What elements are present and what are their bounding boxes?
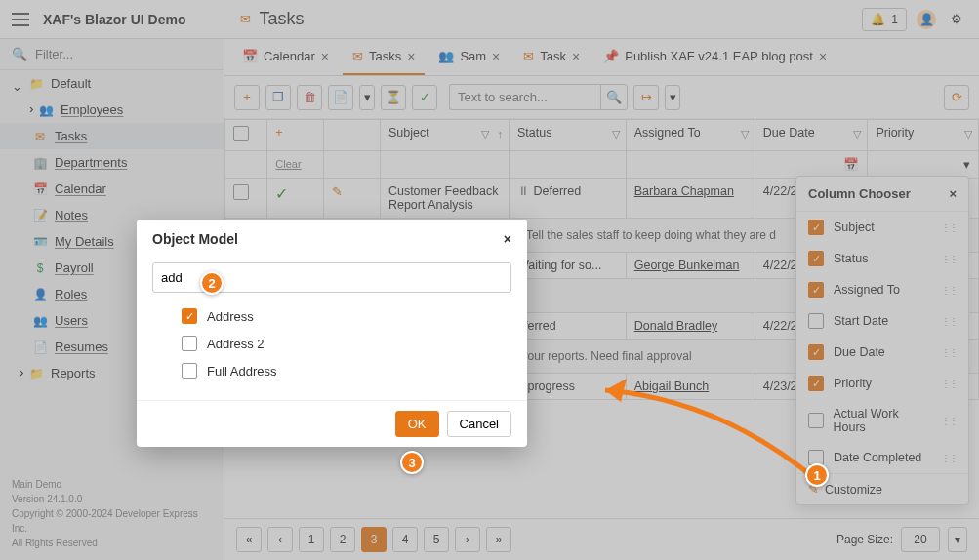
object-model-dialog: Object Model × ✓AddressAddress 2Full Add…: [137, 220, 527, 447]
dialog-field-item[interactable]: ✓Address: [152, 302, 511, 330]
checkbox-icon[interactable]: ✓: [182, 308, 197, 324]
dialog-title: Object Model: [152, 231, 238, 247]
dialog-field-item[interactable]: Address 2: [152, 330, 511, 357]
ok-button[interactable]: OK: [395, 411, 439, 437]
dialog-field-item[interactable]: Full Address: [152, 357, 511, 384]
callout-2: 2: [200, 271, 224, 295]
callout-1: 1: [805, 463, 829, 487]
checkbox-icon[interactable]: [182, 363, 197, 379]
close-icon[interactable]: ×: [504, 231, 511, 247]
cancel-button[interactable]: Cancel: [447, 411, 511, 437]
callout-3: 3: [400, 451, 424, 474]
checkbox-icon[interactable]: [182, 336, 197, 351]
